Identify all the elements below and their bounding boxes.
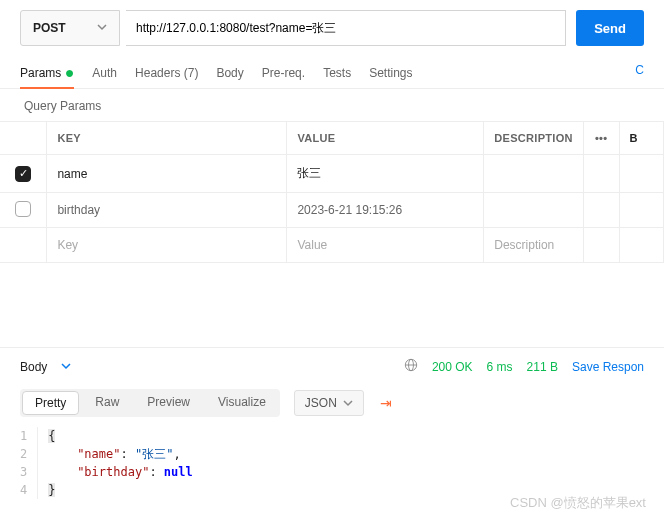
response-time: 6 ms [487, 360, 513, 374]
col-value: VALUE [287, 122, 484, 155]
json-content: { "name": "张三", "birthday": null } [37, 427, 193, 499]
param-value-placeholder[interactable]: Value [287, 228, 484, 263]
table-row: birthday 2023-6-21 19:15:26 [0, 193, 664, 228]
wrap-lines-icon[interactable]: ⇥ [374, 391, 398, 415]
cookies-link[interactable]: C [635, 63, 644, 85]
http-method-select[interactable]: POST [20, 10, 120, 46]
request-tabs: Params ● Auth Headers (7) Body Pre-req. … [0, 60, 664, 89]
param-key-placeholder[interactable]: Key [47, 228, 287, 263]
tab-headers[interactable]: Headers (7) [135, 60, 198, 88]
bulk-edit-link[interactable]: B [619, 122, 663, 155]
more-options-icon[interactable]: ••• [583, 122, 619, 155]
row-checkbox[interactable] [15, 166, 31, 182]
modified-dot-icon: ● [65, 64, 75, 81]
tab-prereq[interactable]: Pre-req. [262, 60, 305, 88]
viewer-tab-raw[interactable]: Raw [81, 389, 133, 417]
tab-settings[interactable]: Settings [369, 60, 412, 88]
table-row-new: Key Value Description [0, 228, 664, 263]
viewer-tab-pretty[interactable]: Pretty [22, 391, 79, 415]
response-bar: Body 200 OK 6 ms 211 B Save Respon [0, 347, 664, 383]
viewer-tabs: Pretty Raw Preview Visualize JSON ⇥ [0, 383, 664, 423]
chevron-down-icon[interactable] [61, 360, 71, 374]
row-checkbox[interactable] [15, 201, 31, 217]
chevron-down-icon [97, 21, 107, 35]
tab-body[interactable]: Body [216, 60, 243, 88]
query-params-label: Query Params [0, 89, 664, 121]
param-value[interactable]: 2023-6-21 19:15:26 [287, 193, 484, 228]
globe-icon[interactable] [404, 358, 418, 375]
viewer-tab-visualize[interactable]: Visualize [204, 389, 280, 417]
status-code: 200 OK [432, 360, 473, 374]
table-row: name 张三 [0, 155, 664, 193]
viewer-tab-preview[interactable]: Preview [133, 389, 204, 417]
tab-tests[interactable]: Tests [323, 60, 351, 88]
tab-auth[interactable]: Auth [92, 60, 117, 88]
params-table: KEY VALUE DESCRIPTION ••• B name 张三 birt… [0, 121, 664, 263]
param-desc-placeholder[interactable]: Description [484, 228, 583, 263]
send-button[interactable]: Send [576, 10, 644, 46]
col-key: KEY [47, 122, 287, 155]
tab-params[interactable]: Params ● [20, 60, 74, 88]
param-desc[interactable] [484, 155, 583, 193]
chevron-down-icon [343, 398, 353, 408]
param-value[interactable]: 张三 [287, 155, 484, 193]
response-tab-body[interactable]: Body [20, 360, 47, 374]
param-desc[interactable] [484, 193, 583, 228]
col-desc: DESCRIPTION [484, 122, 583, 155]
line-numbers: 1234 [20, 427, 37, 499]
response-size: 211 B [527, 360, 558, 374]
param-key[interactable]: birthday [47, 193, 287, 228]
param-key[interactable]: name [47, 155, 287, 193]
response-body[interactable]: 1234 { "name": "张三", "birthday": null } [0, 423, 664, 503]
url-input[interactable] [126, 10, 566, 46]
save-response-button[interactable]: Save Respon [572, 360, 644, 374]
format-select[interactable]: JSON [294, 390, 364, 416]
http-method-label: POST [33, 21, 66, 35]
